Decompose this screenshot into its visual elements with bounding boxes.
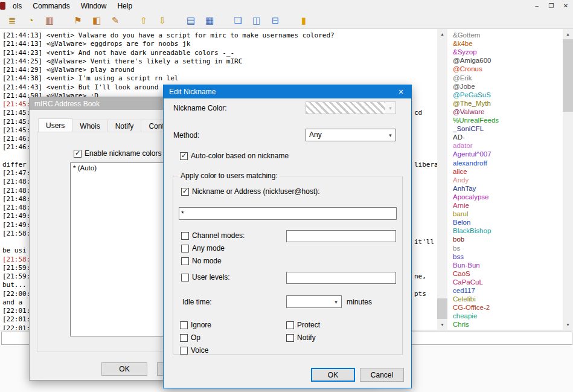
user-levels-input[interactable]	[286, 272, 396, 284]
favorites-icon[interactable]: ⚑	[71, 13, 85, 27]
address-book-ok-button[interactable]: OK	[101, 362, 147, 376]
protect-checkbox[interactable]: Protect	[286, 321, 320, 329]
close-button[interactable]: ✕	[559, 0, 573, 11]
chevron-down-icon: ▾	[331, 296, 341, 307]
nick-item[interactable]: AD-	[453, 133, 465, 141]
nick-item[interactable]: bob	[453, 236, 464, 243]
nick-item[interactable]: %UnrealFeeds	[453, 117, 499, 124]
minutes-label: minutes	[347, 298, 372, 306]
nick-item[interactable]: Celelibi	[453, 295, 476, 303]
edit-nickname-titlebar[interactable]: Edit Nickname	[164, 85, 411, 98]
cascade-windows-icon[interactable]: ❏	[231, 13, 245, 27]
nick-item[interactable]: @Erik	[453, 74, 472, 82]
auto-color-checkbox[interactable]: Auto-color based on nickname	[180, 152, 289, 160]
menu-item-tools[interactable]: ols	[7, 1, 27, 11]
nick-item[interactable]: @Jobe	[453, 83, 475, 90]
nick-item[interactable]: @Valware	[453, 108, 484, 115]
menu-item-help[interactable]: Help	[112, 1, 138, 11]
chat-line: differ	[2, 161, 27, 169]
chat-line: [21:44:25] <@Valware> Venti there's like…	[2, 57, 242, 65]
nick-item[interactable]: Bun-Bun	[453, 262, 480, 269]
chat-line: [21:44:38] <venti> I'm using a script rn…	[2, 74, 178, 82]
chat-scroll-up-icon[interactable]: ▴	[437, 29, 447, 39]
nick-item[interactable]: _SoniCFL	[453, 125, 484, 132]
nick-item[interactable]: Belon	[453, 219, 470, 226]
method-label: Method:	[173, 131, 199, 140]
nick-item[interactable]: Arnie	[453, 202, 469, 209]
nick-address-checkbox[interactable]: Nickname or Address (nick!user@host):	[181, 187, 320, 196]
nicklist-scrollbar-thumb[interactable]	[563, 39, 573, 112]
nick-item[interactable]: @Amiga600	[453, 57, 491, 64]
channel-list-icon[interactable]: ◧	[89, 13, 104, 27]
script-editor-icon[interactable]: ✎	[108, 13, 123, 27]
channel-modes-input[interactable]	[286, 230, 396, 242]
nick-item[interactable]: Agentul^007	[453, 150, 491, 158]
nick-item[interactable]: CaoS	[453, 270, 470, 277]
apply-color-group-label: Apply color to users matching:	[178, 172, 280, 180]
nicklist-scrollbar[interactable]: ▴ ▾	[563, 29, 573, 330]
checkbox-box	[181, 257, 189, 265]
menu-item-commands[interactable]: Commands	[27, 1, 75, 11]
any-mode-checkbox[interactable]: Any mode	[181, 244, 225, 252]
nick-item[interactable]: Apocalypse	[453, 193, 488, 201]
minimize-button[interactable]: –	[530, 0, 544, 11]
nick-item[interactable]: @PeGaSuS	[453, 91, 491, 98]
channel-modes-checkbox[interactable]: Channel modes:	[181, 231, 245, 240]
nick-item[interactable]: alexandroff	[453, 159, 487, 167]
address-book-icon[interactable]: ▥	[42, 13, 57, 27]
nick-item[interactable]: CaPaCuL	[453, 278, 483, 286]
tile-vertical-icon[interactable]: ◫	[249, 13, 264, 27]
nicklist-scroll-down-icon[interactable]: ▾	[563, 320, 573, 330]
notify-checkbox[interactable]: Notify	[286, 333, 316, 342]
nick-item[interactable]: BlackBishop	[453, 227, 491, 234]
url-list-icon[interactable]: ▦	[202, 13, 217, 27]
nick-item[interactable]: &k4be	[453, 40, 473, 47]
nickname-color-dropdown[interactable]: ▾	[306, 101, 396, 114]
enable-nickname-colors-checkbox[interactable]: Enable nickname colors	[74, 149, 161, 158]
ignore-checkbox[interactable]: Ignore	[180, 321, 211, 329]
help-icon[interactable]: ▮	[296, 13, 311, 27]
cancel-button[interactable]: Cancel	[360, 368, 404, 382]
no-mode-checkbox[interactable]: No mode	[181, 257, 222, 265]
nick-item[interactable]: barul	[453, 210, 469, 217]
nick-item[interactable]: AnhTay	[453, 185, 476, 192]
nick-pattern-input[interactable]	[179, 207, 397, 220]
chat-line: [21:44:43] <venti> But I'll look around	[2, 83, 158, 91]
nick-item[interactable]: Chris	[453, 321, 469, 328]
idle-time-dropdown[interactable]: ▾	[286, 295, 342, 308]
tile-horizontal-icon[interactable]: ⊟	[268, 13, 283, 27]
nick-item[interactable]: cheapie	[453, 312, 477, 320]
nick-item[interactable]: Andy	[453, 176, 469, 184]
nick-item[interactable]: bs	[453, 245, 460, 252]
maximize-button[interactable]: ❐	[544, 0, 559, 11]
nick-item[interactable]: alice	[453, 168, 467, 175]
notepad-icon[interactable]: ▤	[184, 13, 198, 27]
nick-item[interactable]: @The_Myth	[453, 100, 491, 107]
menu-item-window[interactable]: Window	[75, 1, 112, 11]
checkbox-label: Channel modes:	[192, 231, 245, 240]
method-dropdown[interactable]: Any ▾	[306, 129, 396, 141]
nick-item[interactable]: &Syzop	[453, 48, 477, 56]
voice-checkbox[interactable]: Voice	[180, 346, 208, 355]
nick-item[interactable]: bss	[453, 253, 464, 260]
nick-item[interactable]: @Cronus	[453, 65, 482, 72]
checkbox-box	[180, 321, 188, 329]
send-file-icon[interactable]: ⇧	[136, 13, 151, 27]
options-icon[interactable]: ◔	[24, 13, 38, 27]
get-file-icon[interactable]: ⇩	[155, 13, 170, 27]
user-levels-checkbox[interactable]: User levels:	[181, 273, 230, 281]
nick-item[interactable]: adator	[453, 142, 473, 149]
ok-button[interactable]: OK	[311, 368, 355, 382]
nicklist-scroll-up-icon[interactable]: ▴	[563, 29, 573, 39]
op-checkbox[interactable]: Op	[180, 333, 200, 342]
connect-icon[interactable]: ≣	[5, 13, 19, 27]
chat-scrollbar[interactable]: ▴ ▾	[437, 29, 447, 330]
nick-item[interactable]: &Gottem	[453, 31, 480, 39]
edit-nickname-dialog: Edit Nickname ✕ Nickname Color: ▾ Method…	[163, 85, 412, 388]
nickname-color-label: Nickname Color:	[173, 104, 227, 112]
chat-scrollbar-thumb[interactable]	[437, 298, 447, 319]
chat-scroll-down-icon[interactable]: ▾	[437, 320, 447, 330]
nick-item[interactable]: ced117	[453, 287, 475, 294]
nick-item[interactable]: CG-Office-2	[453, 304, 490, 311]
dialog-close-icon[interactable]: ✕	[391, 85, 411, 98]
